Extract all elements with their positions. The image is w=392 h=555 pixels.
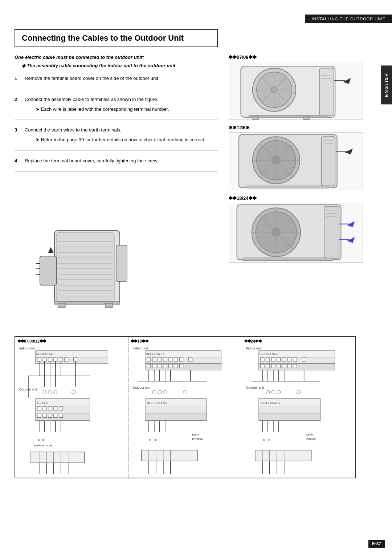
svg-rect-222 [259,413,320,421]
svg-rect-198 [302,358,306,361]
svg-text:N1  L1  1  2  3  4  N  L: N1 L1 1 2 3 4 N L [261,402,281,404]
svg-text:⊕: ⊕ [37,438,40,442]
svg-text:N1  L1  1  2  3  4  N  L: N1 L1 1 2 3 4 N L [147,402,167,404]
wiring-diagrams-container: ✱✱07/09/12✱✱ Indoor unit N1 1 2 3 N L E [15,336,356,478]
svg-text:⊕: ⊕ [154,438,157,442]
svg-rect-103 [43,407,46,410]
terminal-svg-3: Indoor unit N1 1 2 3 4 N L E [244,345,353,475]
svg-rect-221 [259,406,320,413]
svg-rect-104 [48,407,52,410]
svg-rect-50 [116,245,127,281]
svg-rect-168 [145,413,207,421]
svg-rect-139 [158,358,162,361]
svg-rect-147 [152,364,156,368]
svg-point-164 [183,390,187,394]
svg-rect-150 [169,364,172,368]
svg-rect-77 [48,358,52,361]
wiring-diagram-1: ✱✱07/09/12✱✱ Indoor unit N1 1 2 3 N L E [15,337,128,478]
svg-rect-201 [266,364,270,368]
unit-svg-0709 [229,60,363,121]
svg-rect-29 [247,186,329,188]
svg-text:Outdoor unit: Outdoor unit [132,386,151,389]
page-number: E-37 [368,540,385,548]
step-2: 2 Connect the assembly cable to terminal… [15,96,218,120]
svg-rect-138 [152,358,156,361]
svg-text:Earth terminal: Earth terminal [34,444,52,447]
svg-marker-70 [48,247,54,253]
svg-text:⊕: ⊕ [149,438,151,442]
svg-text:Indoor unit: Indoor unit [246,347,262,350]
svg-rect-109 [43,414,46,418]
intro-bullet: The assembly cable connecting the indoor… [22,63,218,68]
step-1-num: 1 [15,75,20,82]
svg-rect-40 [324,206,339,258]
svg-text:N  L  1  2  3: N L 1 2 3 [37,402,48,404]
svg-text:Outdoor unit: Outdoor unit [19,388,37,391]
svg-rect-25 [321,137,335,186]
svg-rect-81 [74,358,77,361]
unit-svg-1824 [229,202,363,264]
svg-point-95 [43,390,46,394]
unit-img-0709 [229,62,363,120]
svg-rect-13 [253,117,258,120]
svg-rect-203 [277,364,280,368]
svg-rect-205 [287,364,291,368]
svg-rect-151 [174,364,178,368]
svg-point-217 [277,390,280,394]
svg-rect-196 [287,358,291,361]
svg-rect-231 [255,450,311,461]
svg-rect-65 [105,303,113,308]
step-2-text: Connect the assembly cable to terminals … [25,97,158,102]
section-title: Connecting the Cables to the Outdoor Uni… [15,29,218,47]
step-3-num: 3 [15,126,20,144]
unit-img-12 [229,132,363,190]
step-3-sub: Refer to the page 39 for further details… [36,136,205,144]
svg-text:Outdoor unit: Outdoor unit [246,386,264,389]
wiring-title-3: ✱✱24✱✱ [244,339,353,344]
svg-point-98 [72,390,75,394]
svg-point-97 [54,390,57,394]
unit-label-12: ✱✱12✱✱ [229,125,363,130]
large-unit-diagram [36,225,145,331]
svg-rect-121 [30,452,85,463]
svg-text:N1  1  2  3  4  N  L    E: N1 1 2 3 4 N L E [146,353,165,355]
step-2-sub: Each wire is labelled with the correspon… [36,106,169,113]
svg-rect-149 [163,364,167,368]
svg-text:Indoor unit: Indoor unit [132,347,148,350]
svg-rect-110 [48,414,52,418]
wiring-diagram-2: ✱✱18✱✱ Indoor unit N1 1 2 3 4 N L E [128,337,242,478]
step-4-num: 4 [15,157,20,165]
svg-rect-206 [293,364,297,368]
svg-text:⊕: ⊕ [268,438,270,442]
svg-point-161 [152,390,156,394]
svg-rect-140 [163,358,167,361]
step-2-num: 2 [15,96,20,113]
svg-rect-146 [147,364,151,368]
svg-rect-12 [249,116,327,118]
svg-point-96 [48,390,52,394]
svg-rect-105 [54,407,57,410]
svg-rect-197 [293,358,297,361]
wiring-title-1: ✱✱07/09/12✱✱ [17,339,126,344]
main-content: Connecting the Cables to the Outdoor Uni… [15,29,374,540]
wiring-title-2: ✱✱18✱✱ [131,339,239,344]
header-title: Installing the Outdoor Unit [305,15,392,23]
unit-label-1824: ✱✱18/24✱✱ [229,195,363,201]
step-4-text: Replace the terminal board cover, carefu… [25,158,159,163]
svg-rect-167 [145,406,207,413]
svg-point-215 [266,390,270,394]
svg-rect-143 [180,358,183,361]
unit-label-0709: ✱✱07/09✱✱ [229,54,363,60]
step-4: 4 Replace the terminal board cover, care… [15,157,218,172]
svg-rect-66 [40,256,56,285]
svg-text:terminal: terminal [306,437,316,441]
unit-svg-12 [229,131,363,192]
svg-text:⊕: ⊕ [42,438,45,442]
svg-rect-79 [59,358,63,361]
svg-text:Earth: Earth [192,433,199,436]
svg-text:Earth: Earth [306,433,313,436]
left-column: One electric cable must be connected to … [15,54,218,178]
svg-rect-44 [243,258,333,261]
svg-point-163 [163,390,167,394]
svg-rect-102 [37,407,41,410]
